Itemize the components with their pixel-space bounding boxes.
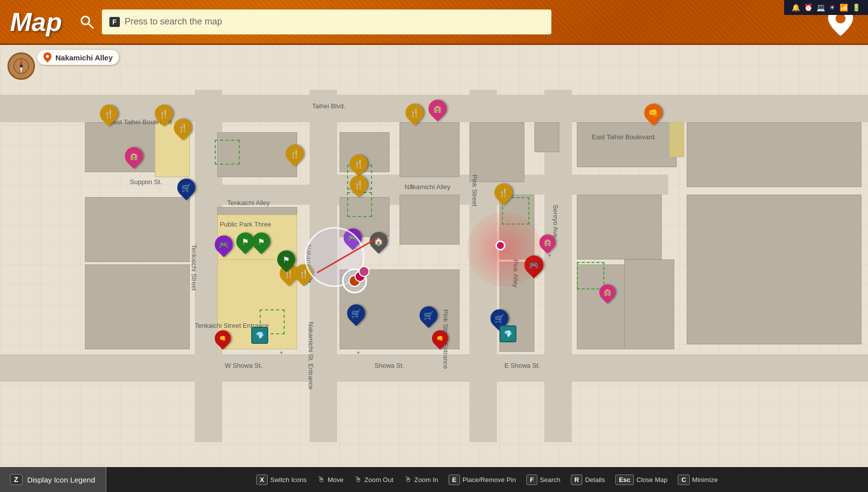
label-tenkaichi-alley: Tenkaichi Alley [227, 199, 270, 207]
building-14 [577, 195, 662, 259]
esc-key-badge: Esc [615, 475, 634, 485]
ctrl-switch-icons: X Switch Icons [256, 475, 307, 485]
yellow-building-4 [669, 122, 684, 157]
ctrl-details: R Details [571, 475, 605, 485]
item-marker-2[interactable]: 💎 [499, 325, 516, 342]
search-key-badge: F [109, 17, 120, 27]
z-key-badge: Z [10, 474, 22, 485]
cross-marker-3: + [548, 252, 551, 259]
pin-shop-3[interactable]: 🛒 [420, 306, 437, 324]
location-bar: Nakamichi Alley [37, 50, 119, 65]
page-title: Map [10, 7, 62, 37]
pin-restaurant-4[interactable]: 🍴 [286, 145, 304, 163]
pin-special-1[interactable]: 👊 [215, 330, 231, 346]
svg-line-1 [88, 23, 93, 28]
system-bar: 🔔 ⏰ 💻 ☀ 📶 🔋 [784, 0, 868, 15]
ctrl-close: Esc Close Map [615, 475, 667, 485]
compass [7, 52, 35, 80]
label-taihei-blvd: Taihei Blvd. [312, 102, 345, 110]
building-8 [687, 122, 862, 187]
notification-icon: 🔔 [792, 3, 800, 11]
pin-restaurant-8[interactable]: 🍴 [494, 184, 512, 202]
label-nakamichi-entrance: Nakamichi St. Entrance [307, 322, 315, 390]
cross-marker-2: + [410, 182, 413, 189]
brightness-icon: ☀ [829, 3, 836, 11]
ctrl-zoom-in: 🖱 Zoom In [404, 475, 438, 484]
ctrl-minimize-label: Minimize [692, 476, 718, 484]
label-pink-street: Pink Street [471, 175, 478, 207]
enemy-main-dot [495, 241, 505, 250]
pin-shop-1[interactable]: 🛒 [177, 179, 195, 197]
mouse-icon-move: 🖱 [317, 475, 325, 484]
ctrl-close-label: Close Map [636, 476, 667, 484]
ctrl-move-label: Move [328, 476, 344, 484]
building-5 [469, 122, 524, 182]
ctrl-switch-label: Switch Icons [270, 476, 307, 484]
c-key-badge: C [678, 475, 689, 485]
quest-marker-1 [215, 140, 240, 165]
building-6 [534, 122, 559, 152]
ctrl-place-pin: E Place/Remove Pin [448, 475, 516, 485]
controls-bar: X Switch Icons 🖱 Move 🖱 Zoom Out 🖱 Zoom … [106, 475, 868, 485]
pin-special-2[interactable]: 👊 [432, 330, 448, 346]
ctrl-place-pin-label: Place/Remove Pin [462, 476, 516, 484]
pin-flag-3[interactable]: ⚑ [277, 250, 295, 268]
legend-label: Display Icon Legend [27, 476, 95, 484]
ctrl-details-label: Details [585, 476, 605, 484]
svg-point-6 [20, 65, 23, 68]
ctrl-zoom-out: 🖱 Zoom Out [354, 475, 394, 484]
pin-hotel-4[interactable]: 🏨 [599, 284, 615, 300]
pin-shop-4[interactable]: 🛒 [490, 309, 508, 327]
pin-orange-1[interactable]: 👊 [644, 104, 662, 122]
label-tenkaichi-street: Tenkaichi Street [190, 245, 198, 291]
x-key-badge: X [256, 475, 268, 485]
label-east-taihei: East Taihei Boulevard [592, 133, 655, 141]
pin-shop-2[interactable]: 🛒 [347, 304, 365, 322]
label-showa: Showa St. [375, 362, 404, 369]
label-e-showa: E Showa St. [504, 362, 540, 369]
display-legend-button[interactable]: Z Display Icon Legend [0, 467, 106, 492]
pin-restaurant-5[interactable]: 🍴 [350, 155, 368, 173]
wifi-icon: 📶 [840, 3, 848, 11]
clock-icon: ⏰ [804, 3, 813, 11]
mouse-icon-zoom-out: 🖱 [354, 475, 362, 484]
enemy-dot-2 [359, 266, 370, 277]
cross-marker-4: + [357, 349, 360, 356]
pin-hotel-2[interactable]: 🏨 [429, 100, 446, 118]
building-16 [85, 264, 190, 349]
pin-restaurant-6[interactable]: 🍴 [350, 176, 368, 194]
ctrl-move: 🖱 Move [317, 475, 344, 484]
pin-restaurant-2[interactable]: 🍴 [155, 105, 173, 123]
ctrl-zoom-out-label: Zoom Out [365, 476, 394, 484]
pin-hotel-1[interactable]: 🏨 [125, 147, 143, 165]
pin-flag-2[interactable]: ⚑ [252, 233, 270, 250]
building-12 [400, 195, 459, 245]
search-bar[interactable]: F Press to search the map [102, 9, 551, 34]
building-4 [400, 122, 459, 177]
map-area[interactable]: ✛ + + + + Taihei Blvd. West Taihei Boule… [0, 45, 868, 467]
pin-restaurant-3[interactable]: 🍴 [174, 119, 192, 137]
battery-icon: 🔋 [852, 3, 861, 11]
ctrl-zoom-in-label: Zoom In [415, 476, 438, 484]
header: Map F Press to search the map [0, 0, 868, 45]
showa-st [0, 354, 868, 382]
pin-restaurant-7[interactable]: 🍴 [406, 104, 424, 122]
mouse-icon-zoom-in: 🖱 [404, 475, 412, 484]
label-w-showa: W Showa St. [225, 362, 262, 369]
e-key-badge: E [448, 475, 460, 485]
item-marker-1[interactable]: 💎 [251, 327, 268, 344]
pin-game-1[interactable]: 🎮 [215, 236, 233, 253]
search-icon [77, 12, 97, 32]
ctrl-search-label: Search [540, 476, 560, 484]
label-suppon: Suppon St. [130, 178, 162, 186]
pin-restaurant-1[interactable]: 🍴 [100, 105, 118, 123]
building-20 [624, 259, 674, 349]
search-placeholder: Press to search the map [125, 16, 222, 27]
svg-point-7 [46, 55, 49, 58]
building-15 [687, 195, 862, 344]
status-bar: Z Display Icon Legend X Switch Icons 🖱 M… [0, 467, 868, 492]
f-key-badge: F [526, 475, 537, 485]
label-public-park: Public Park Three [220, 221, 271, 228]
building-9 [85, 197, 190, 262]
enemy-range-ring [467, 212, 542, 287]
